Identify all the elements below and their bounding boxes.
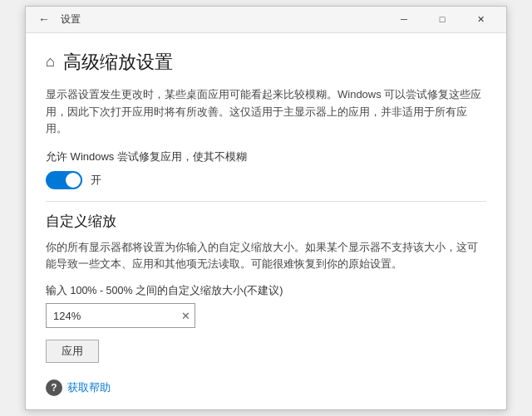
titlebar-left: ← 设置 (34, 9, 81, 29)
page-description: 显示器设置发生更改时，某些桌面应用可能看起来比较模糊。Windows 可以尝试修… (46, 86, 486, 138)
toggle-section: 允许 Windows 尝试修复应用，使其不模糊 开 (46, 149, 486, 189)
section-divider (46, 201, 486, 202)
apply-button[interactable]: 应用 (46, 340, 99, 363)
help-row: ? 获取帮助 (46, 379, 486, 396)
content-area: ⌂ 高级缩放设置 显示器设置发生更改时，某些桌面应用可能看起来比较模糊。Wind… (26, 33, 506, 409)
help-icon: ? (46, 379, 62, 396)
toggle-state-text: 开 (91, 173, 101, 188)
page-title: 高级缩放设置 (63, 50, 173, 75)
minimize-button[interactable]: ─ (385, 6, 423, 32)
custom-scale-description: 你的所有显示器都将设置为你输入的自定义缩放大小。如果某个显示器不支持该大小，这可… (46, 239, 486, 272)
input-label: 输入 100% - 500% 之间的自定义缩放大小(不建议) (46, 284, 486, 298)
page-header: ⌂ 高级缩放设置 (46, 50, 486, 75)
window-title: 设置 (61, 12, 81, 27)
toggle-knob (66, 173, 81, 188)
help-link[interactable]: 获取帮助 (67, 380, 111, 395)
back-button[interactable]: ← (34, 9, 54, 29)
settings-window: ← 设置 ─ □ ✕ ⌂ 高级缩放设置 显示器设置发生更改时，某些桌面应用可能看… (25, 6, 507, 410)
home-icon: ⌂ (46, 53, 55, 71)
window-controls: ─ □ ✕ (385, 6, 500, 32)
input-row: ✕ (46, 303, 486, 328)
clear-input-button[interactable]: ✕ (181, 311, 190, 321)
toggle-row: 开 (46, 171, 486, 189)
toggle-label: 允许 Windows 尝试修复应用，使其不模糊 (46, 149, 486, 164)
section-title: 自定义缩放 (46, 212, 486, 231)
scale-input[interactable] (46, 303, 195, 328)
titlebar: ← 设置 ─ □ ✕ (26, 7, 506, 33)
close-button[interactable]: ✕ (461, 6, 500, 32)
blur-fix-toggle[interactable] (46, 171, 82, 189)
maximize-button[interactable]: □ (423, 6, 461, 32)
scale-input-wrapper: ✕ (46, 303, 195, 328)
